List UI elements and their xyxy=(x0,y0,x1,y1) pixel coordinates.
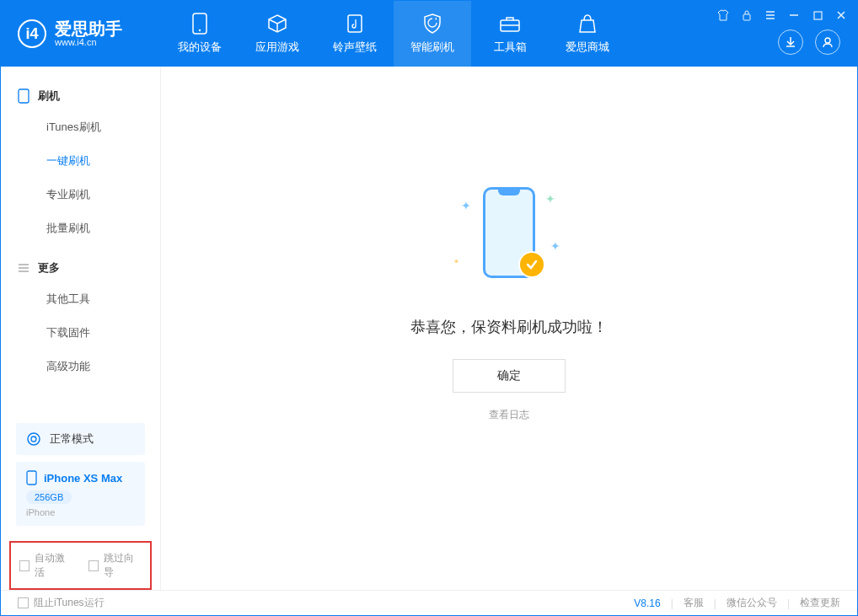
header-right xyxy=(778,29,840,55)
checkbox-icon xyxy=(18,597,29,608)
lock-icon[interactable] xyxy=(739,8,754,23)
footer: 阻止iTunes运行 V8.16 | 客服 | 微信公众号 | 检查更新 xyxy=(1,590,857,615)
sidebar-item-firmware[interactable]: 下载固件 xyxy=(1,316,160,350)
checkbox-auto-activate[interactable]: 自动激活 xyxy=(19,551,73,580)
sidebar-section-flash: 刷机 xyxy=(1,82,160,110)
user-button[interactable] xyxy=(815,29,840,55)
tab-my-device[interactable]: 我的设备 xyxy=(161,1,239,67)
sync-icon xyxy=(26,431,41,447)
device-panel: 正常模式 iPhone XS Max 256GB iPhone xyxy=(1,413,160,536)
tab-flash[interactable]: 智能刷机 xyxy=(394,1,471,67)
phone-small-icon xyxy=(26,470,37,485)
sparkle-icon: ✦ xyxy=(461,199,471,212)
sidebar-item-itunes[interactable]: iTunes刷机 xyxy=(1,110,160,144)
highlighted-checks: 自动激活 跳过向导 xyxy=(9,541,152,590)
svg-rect-2 xyxy=(348,15,362,32)
top-tabs: 我的设备 应用游戏 铃声壁纸 智能刷机 工具箱 xyxy=(161,1,626,67)
tab-store[interactable]: 爱思商城 xyxy=(549,1,626,67)
sparkle-icon: • xyxy=(454,254,458,268)
device-mode[interactable]: 正常模式 xyxy=(16,423,145,455)
check-badge-icon xyxy=(518,251,545,278)
sidebar-item-batch[interactable]: 批量刷机 xyxy=(1,212,160,245)
sidebar-section-more: 更多 xyxy=(1,254,160,282)
maximize-button[interactable] xyxy=(810,8,825,23)
checkbox-skip-guide[interactable]: 跳过向导 xyxy=(88,551,142,580)
svg-rect-5 xyxy=(814,12,822,19)
list-icon xyxy=(18,262,29,274)
download-button[interactable] xyxy=(778,29,803,55)
view-log-link[interactable]: 查看日志 xyxy=(489,408,529,422)
sidebar-item-pro[interactable]: 专业刷机 xyxy=(1,178,160,212)
svg-point-1 xyxy=(199,29,201,31)
phone-icon xyxy=(189,13,211,35)
svg-rect-4 xyxy=(743,14,750,20)
svg-point-8 xyxy=(28,433,40,445)
success-illustration: ✦ ✦ • ✦ xyxy=(437,184,581,293)
wechat-link[interactable]: 微信公众号 xyxy=(727,596,777,610)
svg-point-6 xyxy=(825,38,830,43)
sidebar: 刷机 iTunes刷机 一键刷机 专业刷机 批量刷机 更多 其他工具 下载固件 … xyxy=(1,67,161,590)
tab-apps[interactable]: 应用游戏 xyxy=(239,1,316,67)
service-link[interactable]: 客服 xyxy=(684,596,704,610)
sidebar-item-advanced[interactable]: 高级功能 xyxy=(1,350,160,383)
minimize-button[interactable] xyxy=(786,8,802,23)
bag-icon xyxy=(576,13,598,35)
checkbox-icon xyxy=(19,560,29,571)
sparkle-icon: ✦ xyxy=(545,192,555,206)
sidebar-item-other[interactable]: 其他工具 xyxy=(1,282,160,316)
tshirt-icon[interactable] xyxy=(716,8,731,23)
logo-area: i4 爱思助手 www.i4.cn xyxy=(1,19,161,48)
music-icon xyxy=(344,13,366,35)
tab-toolbox[interactable]: 工具箱 xyxy=(471,1,549,67)
app-name: 爱思助手 xyxy=(55,20,122,37)
menu-icon[interactable] xyxy=(763,8,778,23)
cube-icon xyxy=(266,13,288,35)
sparkle-icon: ✦ xyxy=(550,239,560,253)
sidebar-item-oneclick[interactable]: 一键刷机 xyxy=(1,144,160,178)
ok-button[interactable]: 确定 xyxy=(453,359,566,393)
checkbox-icon xyxy=(88,560,99,571)
window-controls xyxy=(716,8,849,23)
svg-rect-7 xyxy=(19,89,29,103)
app-url: www.i4.cn xyxy=(55,37,122,47)
version-label: V8.16 xyxy=(634,597,660,609)
checkbox-block-itunes[interactable]: 阻止iTunes运行 xyxy=(18,596,105,610)
svg-rect-9 xyxy=(27,471,36,485)
logo-icon: i4 xyxy=(18,19,46,48)
success-message: 恭喜您，保资料刷机成功啦！ xyxy=(410,317,608,337)
close-button[interactable] xyxy=(834,8,849,23)
main-content: ✦ ✦ • ✦ 恭喜您，保资料刷机成功啦！ 确定 查看日志 xyxy=(161,67,857,590)
shield-icon xyxy=(421,13,443,35)
device-icon xyxy=(18,88,29,104)
device-info[interactable]: iPhone XS Max 256GB iPhone xyxy=(16,462,145,526)
header: i4 爱思助手 www.i4.cn 我的设备 应用游戏 铃声壁纸 xyxy=(1,1,857,67)
tab-ringtone[interactable]: 铃声壁纸 xyxy=(316,1,394,67)
toolbox-icon xyxy=(499,13,521,35)
update-link[interactable]: 检查更新 xyxy=(800,596,840,610)
storage-badge: 256GB xyxy=(26,490,72,504)
